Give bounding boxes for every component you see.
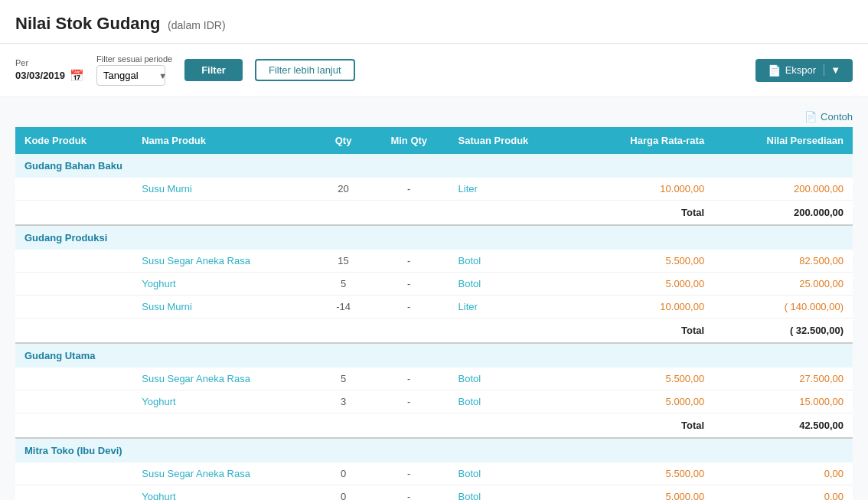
cell-satuan: Liter [449, 296, 579, 319]
total-value: 200.000,00 [713, 201, 853, 226]
cell-qty: 20 [318, 178, 369, 201]
export-button[interactable]: 📄 Ekspor ▼ [755, 59, 853, 82]
group-header-row: Gudang Bahan Baku [15, 154, 853, 178]
table-row: Yoghurt 5 - Botol 5.000,00 25.000,00 [15, 273, 853, 296]
period-select[interactable]: Tanggal Bulan Tahun [96, 65, 165, 86]
cell-min-qty: - [369, 485, 449, 501]
page-subtitle: (dalam IDR) [168, 19, 225, 31]
cell-harga: 10.000,00 [579, 296, 713, 319]
group-header-row: Gudang Utama [15, 343, 853, 368]
cell-min-qty: - [369, 273, 449, 296]
cell-nilai: 15.000,00 [713, 391, 853, 413]
cell-kode [15, 368, 132, 391]
group-name: Mitra Toko (Ibu Devi) [15, 438, 853, 462]
period-label: Filter sesuai periode [96, 54, 172, 64]
cell-nilai: 25.000,00 [713, 273, 853, 296]
col-nama-produk: Nama Produk [132, 127, 318, 154]
table-row: Susu Segar Aneka Rasa 0 - Botol 5.500,00… [15, 462, 853, 485]
cell-nilai: 27.500,00 [713, 368, 853, 391]
table-header-row: Kode Produk Nama Produk Qty Min Qty Satu… [15, 127, 853, 154]
table-row: Susu Murni -14 - Liter 10.000,00 ( 140.0… [15, 296, 853, 319]
contoh-label: Contoh [821, 111, 853, 123]
total-row: Total 200.000,00 [15, 201, 853, 226]
group-name: Gudang Bahan Baku [15, 154, 853, 178]
cell-nilai: ( 140.000,00) [713, 296, 853, 319]
cell-qty: 0 [318, 485, 369, 501]
total-label: Total [15, 201, 713, 226]
export-dropdown-arrow-icon[interactable]: ▼ [824, 64, 840, 76]
cell-qty: 5 [318, 273, 369, 296]
stock-table: Kode Produk Nama Produk Qty Min Qty Satu… [15, 127, 853, 500]
cell-min-qty: - [369, 296, 449, 319]
cell-kode [15, 296, 132, 319]
cell-harga: 5.500,00 [579, 368, 713, 391]
cell-satuan: Botol [449, 391, 579, 413]
cell-harga: 5.000,00 [579, 485, 713, 501]
cell-qty: 5 [318, 368, 369, 391]
group-name: Gudang Produksi [15, 225, 853, 250]
total-row: Total ( 32.500,00) [15, 319, 853, 344]
col-nilai: Nilai Persediaan [713, 127, 853, 154]
cell-satuan: Liter [449, 178, 579, 201]
cell-nilai: 0,00 [713, 462, 853, 485]
cell-kode [15, 178, 132, 201]
cell-harga: 5.000,00 [579, 391, 713, 413]
table-row: Yoghurt 3 - Botol 5.000,00 15.000,00 [15, 391, 853, 413]
cell-kode [15, 391, 132, 413]
cell-nama: Susu Segar Aneka Rasa [132, 462, 318, 485]
table-row: Susu Murni 20 - Liter 10.000,00 200.000,… [15, 178, 853, 201]
col-satuan: Satuan Produk [449, 127, 579, 154]
cell-nama: Yoghurt [132, 273, 318, 296]
cell-satuan: Botol [449, 273, 579, 296]
col-harga: Harga Rata-rata [579, 127, 713, 154]
cell-nama: Susu Segar Aneka Rasa [132, 250, 318, 273]
period-select-wrapper: Tanggal Bulan Tahun ▼ [96, 65, 172, 86]
cell-satuan: Botol [449, 368, 579, 391]
contoh-file-icon: 📄 [804, 111, 817, 123]
calendar-icon[interactable]: 📅 [70, 69, 84, 83]
total-value: ( 32.500,00) [713, 319, 853, 344]
page-title: Nilai Stok Gudang [15, 14, 160, 33]
cell-kode [15, 273, 132, 296]
group-name: Gudang Utama [15, 343, 853, 368]
cell-harga: 5.500,00 [579, 250, 713, 273]
col-qty: Qty [318, 127, 369, 154]
contoh-link[interactable]: 📄 Contoh [804, 111, 853, 123]
cell-satuan: Botol [449, 250, 579, 273]
total-value: 42.500,00 [713, 413, 853, 439]
filter-more-button[interactable]: Filter lebih lanjut [255, 59, 355, 81]
table-row: Yoghurt 0 - Botol 5.000,00 0,00 [15, 485, 853, 501]
cell-kode [15, 250, 132, 273]
cell-qty: -14 [318, 296, 369, 319]
cell-nama: Yoghurt [132, 391, 318, 413]
cell-harga: 5.500,00 [579, 462, 713, 485]
cell-qty: 3 [318, 391, 369, 413]
total-label: Total [15, 413, 713, 439]
export-label: Ekspor [785, 64, 816, 76]
content-area: 📄 Contoh Kode Produk Nama Produk Qty Min… [0, 97, 868, 500]
contoh-link-area: 📄 Contoh [15, 105, 853, 127]
cell-harga: 10.000,00 [579, 178, 713, 201]
export-icon: 📄 [768, 64, 781, 77]
filter-bar: Per 03/03/2019 📅 Filter sesuai periode T… [0, 44, 868, 97]
cell-min-qty: - [369, 391, 449, 413]
cell-qty: 15 [318, 250, 369, 273]
cell-nama: Susu Segar Aneka Rasa [132, 368, 318, 391]
date-filter-group: Per 03/03/2019 📅 [15, 58, 84, 83]
cell-min-qty: - [369, 250, 449, 273]
cell-nama: Yoghurt [132, 485, 318, 501]
cell-nilai: 0,00 [713, 485, 853, 501]
col-kode-produk: Kode Produk [15, 127, 132, 154]
cell-nilai: 200.000,00 [713, 178, 853, 201]
total-label: Total [15, 319, 713, 344]
cell-nama: Susu Murni [132, 178, 318, 201]
cell-min-qty: - [369, 178, 449, 201]
filter-button[interactable]: Filter [184, 59, 243, 81]
group-header-row: Mitra Toko (Ibu Devi) [15, 438, 853, 462]
page-header: Nilai Stok Gudang (dalam IDR) [0, 0, 868, 44]
group-header-row: Gudang Produksi [15, 225, 853, 250]
cell-nilai: 82.500,00 [713, 250, 853, 273]
cell-harga: 5.000,00 [579, 273, 713, 296]
total-row: Total 42.500,00 [15, 413, 853, 439]
date-value: 03/03/2019 [15, 70, 65, 81]
